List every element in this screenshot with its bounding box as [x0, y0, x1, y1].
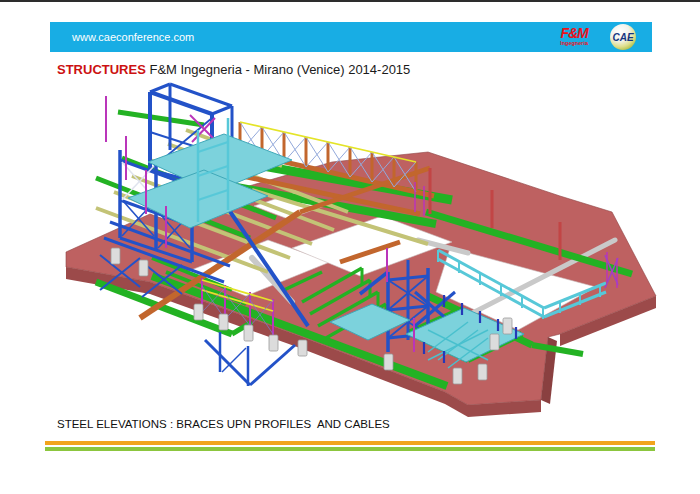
footer-stripe-orange [45, 441, 655, 445]
slide-caption: STEEL ELEVATIONS : BRACES UPN PROFILES A… [57, 418, 390, 430]
presentation-slide: www.caeconference.com F&M Ingegneria CAE… [0, 0, 700, 494]
footer-stripe-green [45, 447, 655, 451]
